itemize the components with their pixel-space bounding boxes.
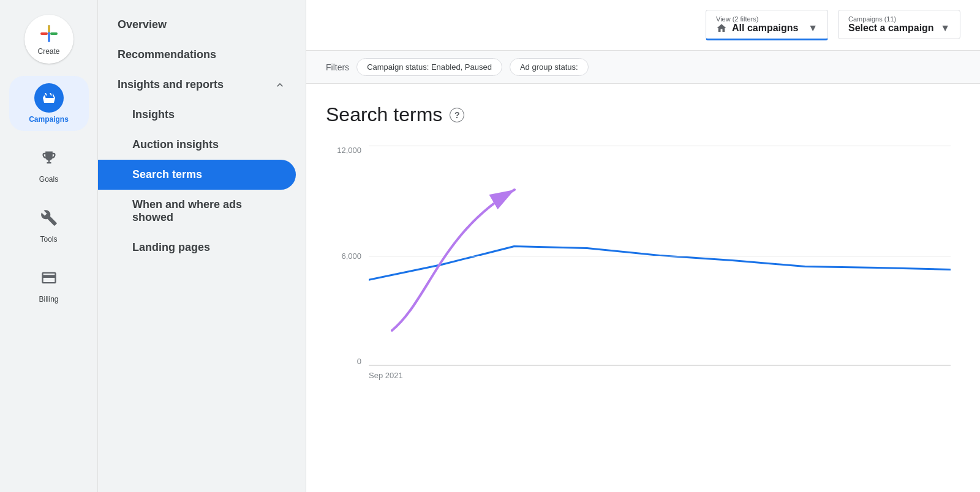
svg-rect-1 bbox=[40, 32, 48, 35]
billing-label: Billing bbox=[39, 295, 58, 304]
nav-item-recommendations[interactable]: Recommendations bbox=[98, 40, 306, 70]
chart-area: 12,000 6,000 0 Sep 2021 bbox=[326, 146, 960, 403]
filter-chip-campaign-status[interactable]: Campaign status: Enabled, Paused bbox=[356, 58, 502, 76]
view-filter-label: View (2 filters) bbox=[716, 15, 818, 23]
nav-sub-landing-pages[interactable]: Landing pages bbox=[98, 233, 306, 263]
google-plus-icon bbox=[38, 23, 60, 45]
campaigns-icon-wrap bbox=[34, 83, 64, 113]
content-body: Search terms ? 12,000 6,000 0 bbox=[306, 84, 980, 492]
billing-icon bbox=[40, 269, 58, 286]
svg-rect-3 bbox=[48, 25, 50, 32]
create-label: Create bbox=[37, 47, 59, 56]
y-label-12000: 12,000 bbox=[337, 146, 361, 155]
content-header: View (2 filters) All campaigns ▼ Campaig… bbox=[306, 0, 980, 51]
campaigns-label: Campaigns bbox=[29, 115, 69, 124]
sidebar-item-campaigns[interactable]: Campaigns bbox=[9, 76, 89, 131]
goals-icon-wrap bbox=[34, 143, 64, 173]
page-title-row: Search terms ? bbox=[326, 103, 960, 126]
chart-content bbox=[369, 146, 951, 366]
x-label-sep2021: Sep 2021 bbox=[369, 371, 403, 380]
filters-label: Filters bbox=[326, 62, 349, 72]
y-label-0: 0 bbox=[357, 357, 361, 366]
nav-sub-auction-insights[interactable]: Auction insights bbox=[98, 130, 306, 160]
goals-icon bbox=[40, 149, 58, 166]
home-icon bbox=[716, 23, 727, 34]
tools-label: Tools bbox=[40, 235, 57, 244]
campaign-filter-value: Select a campaign ▼ bbox=[848, 23, 950, 34]
nav-sub-when-where[interactable]: When and where ads showed bbox=[98, 190, 306, 233]
billing-icon-wrap bbox=[34, 263, 64, 293]
grid-line-bottom bbox=[369, 365, 951, 365]
tools-icon-wrap bbox=[34, 203, 64, 233]
y-label-6000: 6,000 bbox=[341, 252, 361, 261]
campaigns-icon bbox=[42, 91, 56, 105]
page-title: Search terms bbox=[326, 103, 442, 126]
grid-line-top bbox=[369, 146, 951, 146]
sidebar-item-tools[interactable]: Tools bbox=[9, 196, 89, 251]
goals-label: Goals bbox=[39, 175, 58, 184]
nav-section-label: Insights and reports bbox=[118, 78, 224, 91]
x-axis: Sep 2021 bbox=[369, 366, 951, 380]
svg-rect-2 bbox=[50, 32, 58, 35]
help-icon[interactable]: ? bbox=[450, 108, 464, 122]
content-area: View (2 filters) All campaigns ▼ Campaig… bbox=[306, 0, 980, 492]
nav-sub-insights[interactable]: Insights bbox=[98, 100, 306, 130]
view-filter-dropdown[interactable]: View (2 filters) All campaigns ▼ bbox=[706, 10, 828, 40]
campaign-chevron-icon: ▼ bbox=[940, 23, 950, 34]
sidebar-item-billing[interactable]: Billing bbox=[9, 256, 89, 311]
tools-icon bbox=[40, 209, 58, 226]
icon-sidebar: Create Campaigns Goals Tools bbox=[0, 0, 98, 492]
campaign-filter-dropdown[interactable]: Campaigns (11) Select a campaign ▼ bbox=[838, 10, 960, 39]
nav-sidebar: Overview Recommendations Insights and re… bbox=[98, 0, 306, 492]
create-button[interactable]: Create bbox=[24, 15, 74, 64]
y-axis-labels: 12,000 6,000 0 bbox=[326, 146, 369, 366]
filter-chip-ad-group-status[interactable]: Ad group status: bbox=[510, 58, 589, 76]
nav-item-overview[interactable]: Overview bbox=[98, 10, 306, 40]
grid-line-mid bbox=[369, 256, 951, 256]
chevron-down-icon: ▼ bbox=[808, 23, 818, 34]
campaign-filter-label: Campaigns (11) bbox=[848, 15, 950, 23]
sidebar-item-goals[interactable]: Goals bbox=[9, 136, 89, 191]
nav-sub-search-terms[interactable]: Search terms bbox=[98, 160, 296, 190]
view-filter-value: All campaigns ▼ bbox=[716, 23, 818, 34]
nav-section-insights-reports[interactable]: Insights and reports bbox=[98, 70, 306, 100]
chevron-up-icon bbox=[274, 79, 286, 91]
filters-row: Filters Campaign status: Enabled, Paused… bbox=[306, 51, 980, 84]
